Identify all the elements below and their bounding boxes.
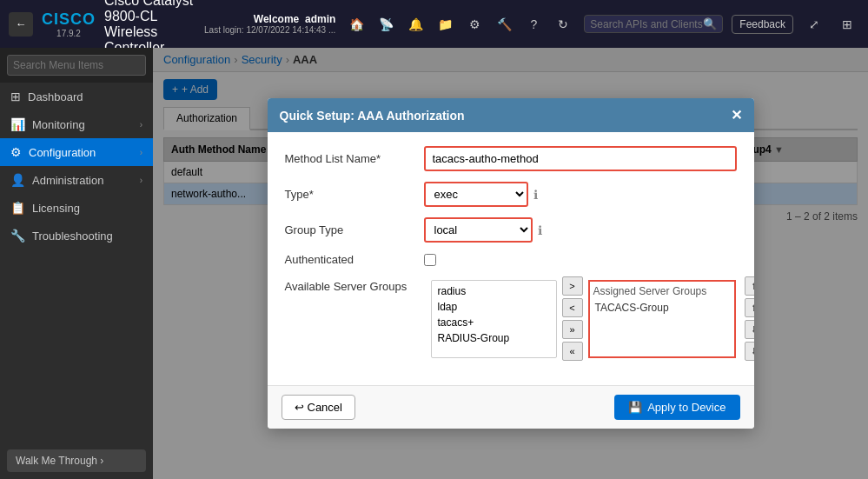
move-right-button[interactable]: > xyxy=(562,276,583,296)
move-down-button[interactable]: ⇩ xyxy=(745,320,754,339)
sidebar-search-input[interactable] xyxy=(7,55,146,76)
sidebar-item-label: Dashboard xyxy=(28,90,83,103)
move-all-right-button[interactable]: » xyxy=(562,320,583,339)
app-version: 17.9.2 xyxy=(56,29,81,38)
assigned-group-item[interactable]: TACACS-Group xyxy=(595,302,729,314)
order-buttons: ⇧ ⇧ ⇩ ⇩ xyxy=(745,276,754,361)
server-groups-section: Available Server Groups radius ldap taca… xyxy=(285,276,737,361)
chevron-right-icon: › xyxy=(140,176,142,185)
monitoring-icon: 📊 xyxy=(10,117,25,131)
type-label: Type* xyxy=(285,188,424,201)
type-info-icon[interactable]: ℹ xyxy=(533,188,538,202)
welcome-prefix: Welcome xyxy=(254,13,299,25)
refresh-icon[interactable]: ↻ xyxy=(551,12,575,37)
type-select[interactable]: exec network commands xyxy=(424,182,528,207)
type-row: Type* exec network commands ℹ xyxy=(285,182,737,207)
sidebar-item-monitoring[interactable]: 📊 Monitoring › xyxy=(0,110,153,138)
method-list-name-label: Method List Name* xyxy=(285,152,424,165)
available-groups-wrap: radius ldap tacacs+ RADIUS-Group xyxy=(431,280,557,358)
modal-overlay: Quick Setup: AAA Authorization ✕ Method … xyxy=(153,48,868,479)
modal-title: Quick Setup: AAA Authorization xyxy=(280,109,465,123)
administration-icon: 👤 xyxy=(10,173,25,187)
apply-icon: 💾 xyxy=(628,401,642,414)
modal-header: Quick Setup: AAA Authorization ✕ xyxy=(268,98,754,132)
transfer-buttons: > < » « xyxy=(562,276,583,361)
help-icon[interactable]: ? xyxy=(521,12,546,37)
settings-icon[interactable]: ⚙ xyxy=(462,12,487,37)
sidebar-item-dashboard[interactable]: ⊞ Dashboard xyxy=(0,83,153,110)
group-type-label: Group Type xyxy=(285,223,424,236)
feedback-button[interactable]: Feedback xyxy=(732,15,793,34)
cisco-logo: CISCO 17.9.2 xyxy=(42,10,96,38)
search-input[interactable] xyxy=(590,18,703,30)
configuration-icon: ⚙ xyxy=(10,145,22,159)
assigned-groups-wrap: Assigned Server Groups TACACS-Group xyxy=(588,280,736,358)
fullscreen-icon[interactable]: ⊞ xyxy=(835,12,859,37)
sidebar-search-wrap xyxy=(0,48,153,83)
apply-button[interactable]: 💾 Apply to Device xyxy=(614,395,739,420)
alert-icon[interactable]: 🔔 xyxy=(403,12,427,37)
app-title: Cisco Catalyst 9800-CL Wireless Controll… xyxy=(104,0,195,56)
sidebar-item-label: Configuration xyxy=(29,146,96,159)
sidebar-item-administration[interactable]: 👤 Administration › xyxy=(0,166,153,194)
move-bottom-button[interactable]: ⇩ xyxy=(745,342,754,361)
wireless-icon[interactable]: 📡 xyxy=(374,12,398,37)
cisco-brand: CISCO xyxy=(42,10,96,29)
licensing-icon: 📋 xyxy=(10,201,25,215)
modal-dialog: Quick Setup: AAA Authorization ✕ Method … xyxy=(268,98,754,429)
sidebar-item-label: Troubleshooting xyxy=(32,230,113,243)
expand-icon[interactable]: ⤢ xyxy=(802,12,826,37)
modal-footer: ↩ Cancel 💾 Apply to Device xyxy=(268,385,754,429)
group-type-row: Group Type local if-authenticated ldap r… xyxy=(285,217,737,243)
available-group-item: tacacs+ xyxy=(434,315,553,330)
move-all-left-button[interactable]: « xyxy=(562,342,583,361)
move-top-button[interactable]: ⇧ xyxy=(745,276,754,296)
available-groups-label: Available Server Groups xyxy=(285,276,424,293)
modal-body: Method List Name* Type* exec net xyxy=(268,132,754,385)
method-list-name-input[interactable] xyxy=(424,146,737,171)
dashboard-icon: ⊞ xyxy=(10,90,21,103)
authenticated-row: Authenticated xyxy=(285,253,737,266)
sidebar-item-label: Licensing xyxy=(32,202,80,215)
apply-label: Apply to Device xyxy=(647,401,726,414)
cancel-button[interactable]: ↩ Cancel xyxy=(282,395,355,420)
sidebar-item-licensing[interactable]: 📋 Licensing xyxy=(0,194,153,222)
navbar: ← CISCO 17.9.2 Cisco Catalyst 9800-CL Wi… xyxy=(0,0,868,48)
sidebar: ⊞ Dashboard 📊 Monitoring › ⚙ Configurati… xyxy=(0,48,153,479)
sidebar-item-configuration[interactable]: ⚙ Configuration › xyxy=(0,138,153,166)
chevron-right-icon: › xyxy=(140,120,142,130)
home-icon[interactable]: 🏠 xyxy=(344,12,368,37)
available-group-item: radius xyxy=(434,283,553,299)
troubleshooting-icon: 🔧 xyxy=(10,229,25,243)
walk-me-button[interactable]: Walk Me Through › xyxy=(7,449,146,472)
move-left-button[interactable]: < xyxy=(562,298,583,317)
group-type-select[interactable]: local if-authenticated ldap radius tacac… xyxy=(424,217,533,243)
assigned-groups-label: Assigned Server Groups xyxy=(593,285,731,297)
modal-close-button[interactable]: ✕ xyxy=(731,107,742,123)
welcome-text: Welcome admin Last login: 12/07/2022 14:… xyxy=(204,13,335,35)
available-group-item: RADIUS-Group xyxy=(434,330,553,346)
tools-icon[interactable]: 🔨 xyxy=(492,12,516,37)
reports-icon[interactable]: 📁 xyxy=(433,12,457,37)
sidebar-item-label: Administration xyxy=(32,174,103,187)
username: admin xyxy=(305,13,335,25)
last-login: Last login: 12/07/2022 14:14:43 ... xyxy=(204,25,335,35)
available-groups-list[interactable]: radius ldap tacacs+ RADIUS-Group xyxy=(431,280,557,358)
group-type-info-icon[interactable]: ℹ xyxy=(538,223,542,237)
assigned-groups-content: TACACS-Group xyxy=(593,300,731,316)
available-group-item: ldap xyxy=(434,299,553,315)
cancel-label: Cancel xyxy=(308,401,342,414)
search-icon[interactable]: 🔍 xyxy=(703,17,717,30)
authenticated-label: Authenticated xyxy=(285,253,424,266)
authenticated-checkbox[interactable] xyxy=(424,254,436,266)
main-layout: ⊞ Dashboard 📊 Monitoring › ⚙ Configurati… xyxy=(0,48,868,479)
method-list-name-row: Method List Name* xyxy=(285,146,737,171)
content-area: Configuration › Security › AAA + + Add A… xyxy=(153,48,868,479)
cancel-icon: ↩ xyxy=(295,401,304,414)
back-button[interactable]: ← xyxy=(9,12,33,37)
move-up-button[interactable]: ⇧ xyxy=(745,298,754,317)
search-box: 🔍 xyxy=(584,15,723,33)
navbar-icons: 🏠 📡 🔔 📁 ⚙ 🔨 ? ↻ xyxy=(344,12,575,37)
sidebar-item-label: Monitoring xyxy=(32,118,85,131)
sidebar-item-troubleshooting[interactable]: 🔧 Troubleshooting xyxy=(0,222,153,249)
